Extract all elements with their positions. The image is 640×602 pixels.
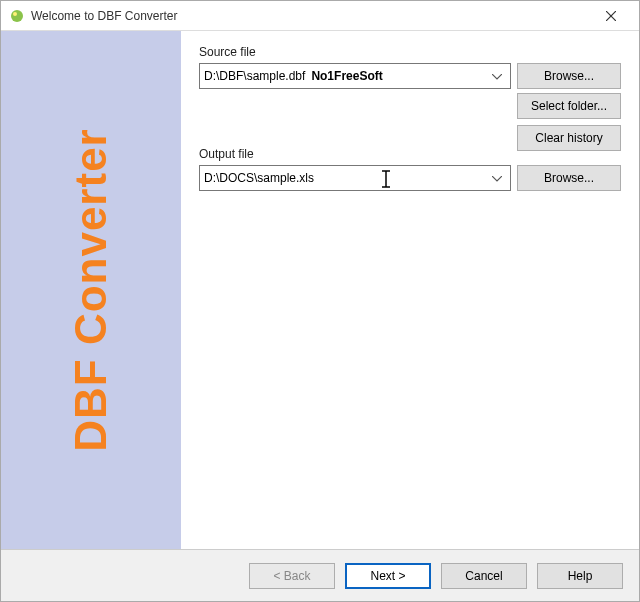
wizard-window: Welcome to DBF Converter DBF Converter S…	[0, 0, 640, 602]
source-file-combo[interactable]: D:\DBF\sample.dbfNo1FreeSoft	[199, 63, 511, 89]
output-browse-button[interactable]: Browse...	[517, 165, 621, 191]
source-file-group: Source file D:\DBF\sample.dbfNo1FreeSoft…	[199, 45, 621, 151]
main-panel: Source file D:\DBF\sample.dbfNo1FreeSoft…	[181, 31, 639, 549]
source-file-label: Source file	[199, 45, 621, 59]
output-file-value: D:\DOCS\sample.xls	[204, 171, 488, 185]
chevron-down-icon[interactable]	[488, 71, 506, 82]
sidebar-brand-text: DBF Converter	[66, 128, 116, 452]
cancel-button[interactable]: Cancel	[441, 563, 527, 589]
wizard-sidebar: DBF Converter	[1, 31, 181, 549]
source-file-value: D:\DBF\sample.dbfNo1FreeSoft	[204, 69, 488, 83]
chevron-down-icon[interactable]	[488, 173, 506, 184]
close-button[interactable]	[591, 2, 631, 30]
back-button: < Back	[249, 563, 335, 589]
watermark-text: No1FreeSoft	[311, 69, 382, 83]
svg-point-1	[13, 12, 17, 16]
wizard-footer: < Back Next > Cancel Help	[1, 549, 639, 601]
next-button[interactable]: Next >	[345, 563, 431, 589]
window-title: Welcome to DBF Converter	[31, 9, 591, 23]
output-file-combo[interactable]: D:\DOCS\sample.xls	[199, 165, 511, 191]
output-file-group: Output file D:\DOCS\sample.xls	[199, 147, 621, 191]
clear-history-button[interactable]: Clear history	[517, 125, 621, 151]
svg-point-0	[11, 10, 23, 22]
app-icon	[9, 8, 25, 24]
content-area: DBF Converter Source file D:\DBF\sample.…	[1, 31, 639, 549]
titlebar: Welcome to DBF Converter	[1, 1, 639, 31]
select-folder-button[interactable]: Select folder...	[517, 93, 621, 119]
help-button[interactable]: Help	[537, 563, 623, 589]
source-browse-button[interactable]: Browse...	[517, 63, 621, 89]
